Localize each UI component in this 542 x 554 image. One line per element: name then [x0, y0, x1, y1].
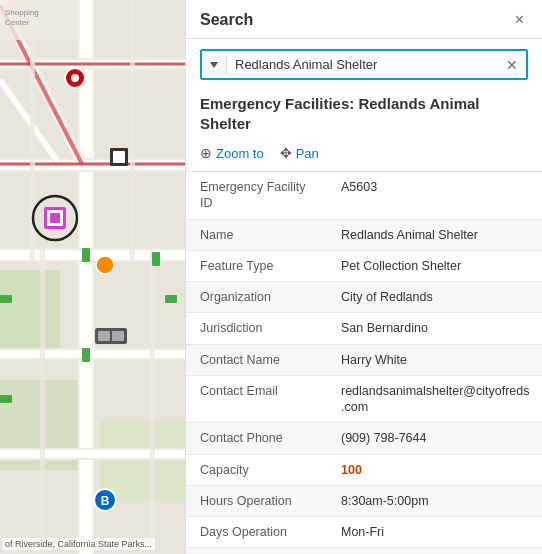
attr-label: Contact Phone	[186, 423, 331, 453]
zoom-to-button[interactable]: ⊕ Zoom to	[200, 143, 264, 163]
attr-value: A5603	[331, 172, 542, 219]
attr-label: Hours Operation	[186, 486, 331, 516]
attr-value: redlandsanimalshelter@cityofreds.com	[331, 376, 542, 423]
pan-label: Pan	[296, 146, 319, 161]
panel-header: Search ×	[186, 0, 542, 39]
svg-rect-41	[0, 295, 12, 303]
table-row: Emergency Facility IDA5603	[186, 172, 542, 220]
pan-button[interactable]: ✥ Pan	[280, 143, 319, 163]
attr-label: Jurisdiction	[186, 313, 331, 343]
svg-rect-30	[113, 151, 125, 163]
search-bar: ✕	[200, 49, 528, 80]
action-buttons: ⊕ Zoom to ✥ Pan	[186, 143, 542, 172]
attr-label: Open Date	[186, 548, 331, 554]
svg-rect-26	[40, 250, 45, 550]
search-clear-button[interactable]: ✕	[498, 53, 526, 77]
pan-icon: ✥	[280, 145, 292, 161]
attr-value: City of Redlands	[331, 282, 542, 312]
svg-rect-39	[82, 248, 90, 262]
svg-rect-24	[130, 0, 135, 260]
attr-value: Redlands Animal Shelter	[331, 220, 542, 250]
table-row: Capacity100	[186, 455, 542, 486]
attributes-table: Emergency Facility IDA5603NameRedlands A…	[186, 172, 542, 554]
chevron-down-icon	[210, 62, 218, 68]
map-attribution: of Riverside, California State Parks...	[2, 538, 155, 550]
attr-value: 8:30am-5:00pm	[331, 486, 542, 516]
table-row: Hours Operation8:30am-5:00pm	[186, 486, 542, 517]
svg-rect-42	[0, 395, 12, 403]
attr-value: Mon-Fri	[331, 517, 542, 547]
attr-label: Feature Type	[186, 251, 331, 281]
svg-marker-50	[210, 62, 218, 68]
table-row: Days OperationMon-Fri	[186, 517, 542, 548]
svg-text:Center: Center	[5, 18, 29, 27]
svg-rect-25	[150, 250, 155, 550]
svg-rect-37	[112, 331, 124, 341]
close-button[interactable]: ×	[511, 10, 528, 30]
svg-text:B: B	[101, 494, 110, 508]
attr-value	[331, 548, 542, 554]
facility-title: Emergency Facilities: Redlands Animal Sh…	[200, 94, 528, 133]
svg-text:Shopping: Shopping	[5, 8, 39, 17]
svg-rect-13	[0, 350, 185, 358]
attr-label: Name	[186, 220, 331, 250]
map-panel: B Shopping Center of Riverside, Californ…	[0, 0, 185, 554]
table-row: OrganizationCity of Redlands	[186, 282, 542, 313]
svg-point-28	[71, 74, 79, 82]
svg-rect-40	[82, 348, 90, 362]
table-row: Contact NameHarry White	[186, 345, 542, 376]
zoom-icon: ⊕	[200, 145, 212, 161]
svg-rect-36	[98, 331, 110, 341]
attr-value: Harry White	[331, 345, 542, 375]
attr-label: Contact Name	[186, 345, 331, 375]
attr-label: Organization	[186, 282, 331, 312]
attr-value: 100	[331, 455, 542, 485]
svg-rect-38	[152, 252, 160, 266]
table-row: Contact Phone(909) 798-7644	[186, 423, 542, 454]
svg-rect-1	[0, 270, 60, 350]
table-row: JurisdictionSan Bernardino	[186, 313, 542, 344]
search-panel: Search × ✕ Emergency Facilities: Redland…	[185, 0, 542, 554]
table-row: Feature TypePet Collection Shelter	[186, 251, 542, 282]
search-input[interactable]	[227, 51, 498, 78]
attr-label: Contact Email	[186, 376, 331, 423]
svg-rect-34	[50, 213, 60, 223]
panel-title: Search	[200, 11, 253, 29]
facility-title-section: Emergency Facilities: Redlands Animal Sh…	[186, 90, 542, 143]
attr-label: Emergency Facility ID	[186, 172, 331, 219]
attr-value: San Bernardino	[331, 313, 542, 343]
attr-value: Pet Collection Shelter	[331, 251, 542, 281]
svg-rect-15	[0, 450, 185, 458]
table-row: NameRedlands Animal Shelter	[186, 220, 542, 251]
attr-value: (909) 798-7644	[331, 423, 542, 453]
attr-label: Capacity	[186, 455, 331, 485]
search-type-dropdown[interactable]	[202, 56, 227, 74]
svg-rect-43	[165, 295, 177, 303]
zoom-to-label: Zoom to	[216, 146, 264, 161]
attr-label: Days Operation	[186, 517, 331, 547]
table-row: Open Date	[186, 548, 542, 554]
svg-point-44	[96, 256, 114, 274]
table-row: Contact Emailredlandsanimalshelter@cityo…	[186, 376, 542, 424]
